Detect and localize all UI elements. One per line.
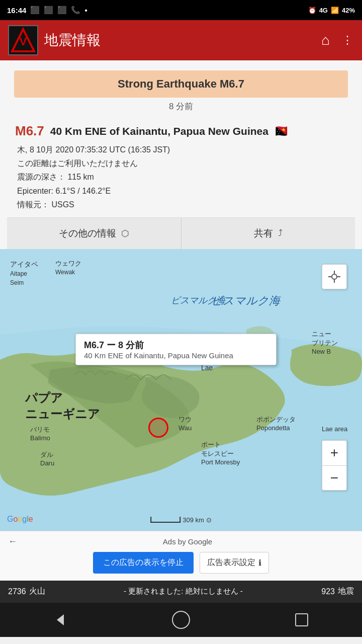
app-bar-left: V 地震情報 [8,25,101,55]
ad-info-icon: ℹ [258,558,261,568]
app-title: 地震情報 [44,31,101,50]
map-container[interactable]: ビスマルク海 アイタペAitape ウェワクWewak Seim ビスマルク海 … [0,249,362,531]
app-bar: V 地震情報 ⌂ ⋮ [0,20,362,60]
eq-datetime: 木, 8 10月 2020 07:35:32 UTC (16:35 JST) [17,143,347,156]
share-icon: ⤴ [278,228,283,238]
google-logo: Google [7,515,33,524]
status-bar: 16:44 ⬛ ⬛ ⬛ 📞 • ⏰ 4G 📶 42% [0,0,362,20]
alarm-icon: ⏰ [308,7,316,14]
eq-location: 40 Km ENE of Kainantu, Papua New Guinea [50,125,268,137]
eq-distance: この距離はご利用いただけません [17,156,347,170]
dot-indicator: • [84,6,87,15]
popup-title: M6.7 ー 8 分前 [84,339,268,351]
eq-depth: 震源の深さ： 115 km [17,170,347,184]
location-button[interactable] [322,264,347,289]
action-buttons: その他の情報 ⬡ 共有 ⤴ [7,217,355,249]
alert-banner: Strong Earthquake M6.7 [14,70,348,98]
nav-recent-button[interactable] [289,607,314,632]
more-info-label: その他の情報 [59,227,116,240]
earthquake-count: 923 [321,587,335,596]
ad-top-row: ← Ads by Google [8,536,354,547]
battery-label: 42% [342,7,355,14]
ads-by-label: Ads by Google [21,537,354,546]
svg-point-5 [332,274,337,279]
eq-flag: 🇵🇬 [275,125,288,138]
zoom-in-button[interactable]: + [322,440,347,465]
app-bar-right: ⌂ ⋮ [321,32,354,48]
alert-title: Strong Earthquake M6.7 [118,77,244,90]
scale-label: 309 km [183,516,204,524]
zoom-out-button[interactable]: − [322,465,347,491]
ad-banner: ← Ads by Google この広告の表示を停止 広告表示設定 ℹ [0,531,362,581]
magnitude-label: M6.7 [15,123,44,139]
eq-epicenter: Epicenter: 6.1°S / 146.2°E [17,184,347,198]
fb-icon-3: ⬛ [57,6,67,15]
stop-ad-button[interactable]: この広告の表示を停止 [93,552,194,574]
volcano-label: 火山 [29,586,45,597]
phone-icon: 📞 [71,6,80,15]
external-link-icon: ⬡ [121,228,129,239]
svg-text:V: V [20,35,27,48]
ad-settings-button[interactable]: 広告表示設定 ℹ [200,552,269,574]
map-popup: M6.7 ー 8 分前 40 Km ENE of Kainantu, Papua… [75,334,277,365]
fb-icon-1: ⬛ [30,6,40,15]
map-scale: 309 km ⊙ [150,516,212,524]
scale-icon: ⊙ [206,516,212,524]
earthquake-count-area: 923 地震 [321,586,354,597]
more-info-button[interactable]: その他の情報 ⬡ [7,218,182,249]
bottom-bar: 2736 火山 - 更新されました: 絶対にしません - 923 地震 [0,581,362,603]
earthquake-card: M6.7 40 Km ENE of Kainantu, Papua New Gu… [7,117,355,217]
fb-icon-2: ⬛ [44,6,53,15]
eq-source: 情報元： USGS [17,198,347,211]
signal-icon: 📶 [331,7,339,14]
scale-bar [150,517,180,523]
nav-bar [0,603,362,637]
home-icon[interactable]: ⌂ [321,32,330,48]
nav-back-button[interactable] [48,607,73,632]
ad-buttons: この広告の表示を停止 広告表示設定 ℹ [8,552,354,574]
share-label: 共有 [254,227,273,240]
status-right: ⏰ 4G 📶 42% [308,7,355,14]
zoom-controls: + − [322,440,347,491]
network-label: 4G [319,7,328,14]
update-status: - 更新されました: 絶対にしません - [124,587,243,596]
eq-details: 木, 8 10月 2020 07:35:32 UTC (16:35 JST) こ… [15,143,347,217]
eq-title-row: M6.7 40 Km ENE of Kainantu, Papua New Gu… [15,123,347,139]
popup-subtitle: 40 Km ENE of Kainantu, Papua New Guinea [84,351,268,360]
nav-home-button[interactable] [168,607,194,632]
status-time: 16:44 [7,6,26,15]
time-ago: 8 分前 [7,101,355,112]
volcano-count: 2736 [8,587,26,596]
more-menu-icon[interactable]: ⋮ [342,34,354,47]
epicenter-marker [148,418,168,438]
svg-marker-10 [57,614,64,625]
share-button[interactable]: 共有 ⤴ [182,218,355,249]
status-left: 16:44 ⬛ ⬛ ⬛ 📞 • [7,6,87,15]
app-logo: V [8,25,38,55]
volcano-count-area: 2736 火山 [8,586,45,597]
svg-text:ビスマルク海: ビスマルク海 [211,294,281,307]
ad-settings-label: 広告表示設定 [207,557,255,568]
ad-back-arrow[interactable]: ← [8,536,17,547]
earthquake-label: 地震 [338,586,354,597]
